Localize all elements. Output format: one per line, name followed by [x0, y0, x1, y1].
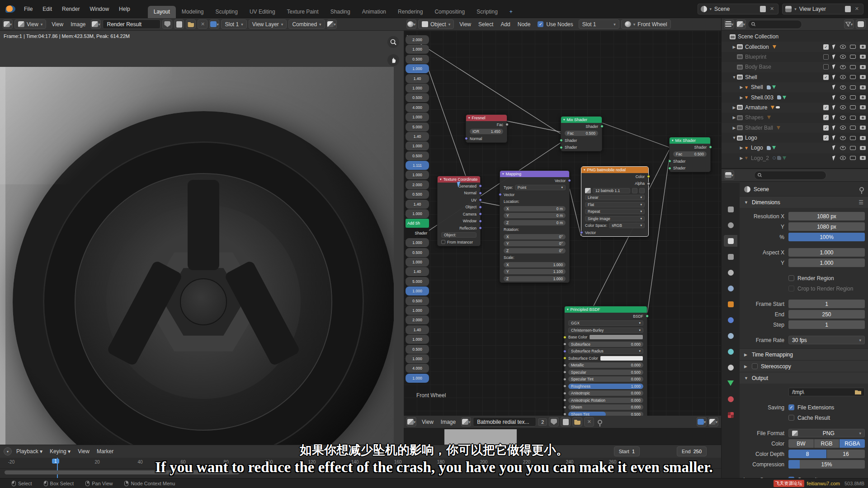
menu-view[interactable]: View — [48, 20, 67, 29]
node-row[interactable]: Color — [581, 173, 648, 180]
checkbox-icon[interactable] — [788, 275, 794, 281]
output-socket[interactable] — [646, 314, 649, 318]
expand-arrow-icon[interactable]: ▶ — [731, 105, 737, 110]
node-mix-shader[interactable]: ▾Mix ShaderShaderFac0.500ShaderShader — [561, 116, 602, 151]
dropdown[interactable]: Point▾ — [515, 185, 566, 190]
output-socket[interactable] — [479, 192, 482, 195]
output-socket[interactable] — [479, 212, 482, 216]
outliner-row-logo[interactable]: ▼Logo✓ — [722, 133, 868, 143]
render-camera-icon[interactable] — [860, 116, 866, 120]
object-tab[interactable] — [724, 298, 737, 310]
node-row[interactable]: Z1.000 — [500, 275, 569, 282]
output-socket[interactable] — [479, 184, 482, 188]
node-row[interactable]: Object — [438, 204, 480, 211]
browse-image-button[interactable]: ▾ — [91, 19, 101, 29]
collapse-icon[interactable]: ▾ — [563, 118, 565, 122]
filter-funnel-button[interactable]: ▾ — [844, 19, 854, 29]
node-row[interactable]: Christensen-Burley▾ — [565, 327, 647, 334]
node-row[interactable]: Specular Tint0.000 — [565, 376, 647, 383]
users-count-badge[interactable]: 2 — [538, 418, 547, 426]
material-tab[interactable] — [724, 393, 737, 405]
image-name-field[interactable]: 12 batmob 1.1 — [593, 188, 630, 193]
viewport-icon[interactable] — [850, 95, 856, 99]
open-image-button[interactable] — [186, 19, 196, 29]
image-pin-button[interactable]: ▾ — [209, 19, 219, 29]
new-image-button[interactable] — [174, 19, 184, 29]
dropdown[interactable]: Subsurface Radius▾ — [568, 348, 643, 354]
node-row[interactable]: Camera — [438, 211, 480, 218]
tab-texture-paint[interactable]: Texture Paint — [281, 6, 325, 18]
input-socket[interactable] — [563, 406, 566, 409]
viewport-icon[interactable] — [850, 85, 856, 89]
node-header[interactable]: ▾PNG batmobile redial — [581, 167, 648, 173]
outliner-row-armature[interactable]: ▶Armature✓ — [722, 103, 868, 113]
expand-arrow-icon[interactable]: ▶ — [731, 115, 737, 120]
value-slider[interactable]: Specular Tint0.000 — [568, 376, 643, 382]
display-channels-button[interactable]: ▾ — [327, 19, 337, 29]
node-row[interactable]: Sheen Tint0.500 — [565, 411, 647, 416]
collapse-arrow-icon[interactable]: ▼ — [731, 136, 737, 140]
editor-type-button[interactable]: ▾ — [724, 170, 734, 180]
visibility-eye-icon[interactable] — [840, 156, 846, 160]
node-row[interactable]: Subsurface Color — [565, 355, 647, 362]
prop-field[interactable]: 1 — [788, 320, 865, 329]
node-mix-shader[interactable]: ▾Mix ShaderShaderFac0.500ShaderShader — [669, 137, 711, 172]
input-socket[interactable] — [465, 137, 468, 140]
node-row[interactable]: Vector — [581, 229, 648, 236]
tab-scripting[interactable]: Scripting — [471, 6, 504, 18]
new-image-button[interactable] — [561, 417, 571, 427]
outliner-row-shell[interactable]: ▼Shell✓ — [722, 72, 868, 82]
collapse-arrow-icon[interactable]: ▼ — [731, 75, 737, 80]
menu-render[interactable]: Render — [57, 4, 85, 14]
checkbox-checked-icon[interactable]: ✓ — [788, 404, 794, 410]
value-slider[interactable]: Z0° — [504, 248, 566, 253]
panel-stereoscopy[interactable]: ▶ Stereoscopy — [740, 360, 868, 372]
constraints-tab[interactable] — [724, 361, 737, 373]
collapse-icon[interactable]: ▾ — [468, 116, 470, 120]
menu-file[interactable]: File — [19, 4, 38, 14]
selectable-icon[interactable] — [832, 95, 836, 100]
input-socket[interactable] — [499, 193, 502, 196]
node-row[interactable]: Z0° — [500, 247, 569, 254]
render-camera-icon[interactable] — [860, 85, 866, 89]
expand-arrow-icon[interactable]: ▶ — [739, 156, 744, 160]
tab-rendering[interactable]: Rendering — [392, 6, 429, 18]
output-socket[interactable] — [647, 182, 650, 185]
expand-arrow-icon[interactable]: ▶ — [739, 145, 744, 150]
outliner-row-shell[interactable]: ▶▼Shell — [722, 82, 868, 92]
outliner-row-logo[interactable]: ▶▼Logo — [722, 143, 868, 153]
enable-checkbox[interactable]: ✓ — [823, 44, 829, 50]
input-socket[interactable] — [563, 392, 566, 395]
node-row[interactable]: UV — [438, 197, 480, 204]
node-row[interactable]: Fac — [466, 121, 507, 128]
enable-checkbox[interactable]: ✓ — [823, 75, 829, 80]
collapse-icon[interactable]: ▾ — [502, 172, 504, 176]
viewport-icon[interactable] — [850, 105, 856, 109]
value-slider[interactable]: Subsurface0.000 — [568, 342, 643, 347]
prop-field[interactable]: 1 — [788, 300, 865, 308]
editor-type-button[interactable]: ▾ — [3, 19, 13, 29]
tab-add-workspace[interactable]: + — [504, 6, 519, 18]
value-slider[interactable]: X0 m — [504, 206, 566, 211]
collapse-icon[interactable]: ▾ — [672, 139, 674, 142]
node-fresnel[interactable]: ▾FresnelFacIOR1.450Normal — [466, 114, 507, 143]
node-row[interactable]: From Instancer — [438, 239, 480, 246]
data-tab[interactable] — [724, 377, 737, 389]
prop-field[interactable]: 250 — [788, 310, 865, 319]
tab-uv-editing[interactable]: UV Editing — [244, 6, 281, 18]
expand-arrow-icon[interactable]: ▶ — [739, 95, 744, 100]
menu-help[interactable]: Help — [114, 4, 135, 14]
particles-tab[interactable] — [724, 330, 737, 342]
menu-window[interactable]: Window — [85, 4, 114, 14]
blender-logo-icon[interactable] — [5, 5, 15, 13]
value-slider[interactable]: Fac0.500 — [565, 131, 598, 136]
value-slider[interactable]: Sheen Tint0.500 — [568, 412, 643, 416]
input-socket[interactable] — [563, 364, 566, 367]
prop-field[interactable]: 1.000 — [788, 248, 865, 257]
node-row[interactable]: Subsurface0.000 — [565, 341, 647, 348]
tool-tab[interactable] — [724, 203, 737, 215]
render-camera-icon[interactable] — [860, 45, 866, 49]
browse-image-button[interactable]: ▾ — [461, 417, 471, 427]
value-slider[interactable]: Specular0.500 — [568, 370, 643, 375]
menu-image[interactable]: Image — [67, 20, 89, 29]
